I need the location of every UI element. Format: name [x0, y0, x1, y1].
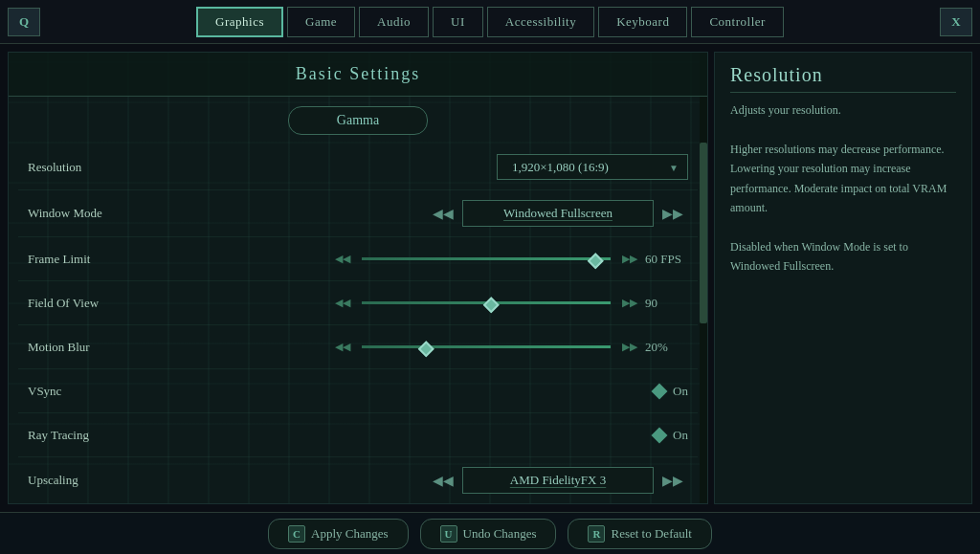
ray-tracing-control: On [219, 428, 688, 443]
tab-graphics[interactable]: Graphics [196, 7, 283, 37]
fov-track[interactable] [362, 301, 611, 305]
upscaling-row: Upscaling ◀◀ AMD FidelityFX 3 ▶▶ [18, 457, 698, 504]
motion-blur-control: ◀◀ ▶▶ 20% [219, 340, 688, 355]
frame-limit-thumb[interactable] [588, 253, 604, 269]
motion-blur-slider: ◀◀ ▶▶ 20% [219, 340, 688, 355]
settings-list: Resolution 1,920×1,080 (16:9) Window Mod… [9, 144, 707, 504]
frame-limit-control: ◀◀ ▶▶ 60 FPS [219, 252, 688, 267]
resolution-label: Resolution [28, 160, 219, 175]
motion-blur-right-arrows[interactable]: ▶▶ [622, 341, 637, 353]
ray-tracing-row: Ray Tracing On [18, 413, 698, 457]
fov-label: Field Of View [28, 296, 219, 311]
frame-limit-left-arrows[interactable]: ◀◀ [335, 253, 350, 265]
upscaling-left-arrow[interactable]: ◀◀ [428, 471, 458, 491]
nav-tabs-container: Graphics Game Audio UI Accessibility Key… [44, 7, 936, 37]
window-mode-right-arrow[interactable]: ▶▶ [657, 204, 688, 224]
upscaling-value: AMD FidelityFX 3 [462, 467, 654, 494]
gamma-button[interactable]: Gamma [288, 106, 428, 135]
apply-label: Apply Changes [311, 526, 389, 542]
fov-slider: ◀◀ ▶▶ 90 [219, 296, 688, 311]
window-mode-label: Window Mode [28, 206, 219, 221]
info-panel-title: Resolution [730, 64, 956, 93]
upscaling-selector: ◀◀ AMD FidelityFX 3 ▶▶ [428, 467, 688, 494]
vsync-value: On [673, 384, 688, 399]
tab-ui[interactable]: UI [433, 7, 483, 37]
undo-changes-button[interactable]: U Undo Changes [420, 519, 557, 549]
undo-label: Undo Changes [463, 526, 537, 542]
tab-controller[interactable]: Controller [691, 7, 783, 37]
motion-blur-row: Motion Blur ◀◀ ▶▶ 20% [18, 325, 698, 369]
vsync-diamond-icon [652, 383, 668, 399]
reset-default-button[interactable]: R Reset to Default [568, 519, 711, 549]
vsync-toggle[interactable]: On [654, 384, 688, 399]
motion-blur-thumb[interactable] [418, 341, 434, 357]
tab-keyboard[interactable]: Keyboard [598, 7, 687, 37]
motion-blur-left-arrows[interactable]: ◀◀ [335, 341, 350, 353]
vsync-row: VSync On [18, 369, 698, 413]
fov-inner [362, 301, 611, 304]
vsync-control: On [219, 384, 688, 399]
ray-tracing-label: Ray Tracing [28, 428, 219, 443]
fov-right-arrows[interactable]: ▶▶ [622, 297, 637, 309]
frame-limit-right-arrows[interactable]: ▶▶ [622, 253, 637, 265]
frame-limit-inner [362, 257, 611, 260]
fov-value: 90 [645, 296, 688, 311]
section-title: Basic Settings [9, 53, 707, 97]
q-button[interactable]: Q [8, 8, 40, 36]
fov-control: ◀◀ ▶▶ 90 [219, 296, 688, 311]
ray-tracing-diamond-icon [652, 427, 668, 443]
motion-blur-track[interactable] [362, 345, 611, 349]
frame-limit-track[interactable] [362, 257, 611, 261]
window-mode-selector: ◀◀ Windowed Fullscreen ▶▶ [428, 200, 688, 227]
undo-key-icon: U [440, 525, 457, 543]
fov-row: Field Of View ◀◀ ▶▶ 90 [18, 281, 698, 325]
window-mode-control: ◀◀ Windowed Fullscreen ▶▶ [219, 200, 688, 227]
tab-game[interactable]: Game [287, 7, 355, 37]
frame-limit-row: Frame Limit ◀◀ ▶▶ 60 FPS [18, 237, 698, 281]
frame-limit-value: 60 FPS [645, 252, 688, 267]
upscaling-right-arrow[interactable]: ▶▶ [657, 471, 688, 491]
window-mode-row: Window Mode ◀◀ Windowed Fullscreen ▶▶ [18, 190, 698, 237]
info-panel-text: Adjusts your resolution. Higher resoluti… [730, 100, 956, 277]
fov-left-arrows[interactable]: ◀◀ [335, 297, 350, 309]
resolution-control: 1,920×1,080 (16:9) [219, 154, 688, 180]
ray-tracing-value: On [673, 428, 688, 443]
resolution-dropdown[interactable]: 1,920×1,080 (16:9) [497, 154, 688, 180]
motion-blur-value: 20% [645, 340, 688, 355]
tab-audio[interactable]: Audio [359, 7, 429, 37]
apply-key-icon: C [288, 525, 305, 543]
vsync-label: VSync [28, 384, 219, 399]
resolution-dropdown-wrapper: 1,920×1,080 (16:9) [497, 154, 688, 180]
resolution-row: Resolution 1,920×1,080 (16:9) [18, 144, 698, 190]
tab-accessibility[interactable]: Accessibility [487, 7, 594, 37]
main-content: Basic Settings Gamma Resolution 1,920×1,… [0, 44, 980, 512]
window-mode-value: Windowed Fullscreen [462, 200, 654, 227]
fov-thumb[interactable] [483, 297, 500, 313]
apply-changes-button[interactable]: C Apply Changes [268, 519, 409, 549]
reset-key-icon: R [588, 525, 605, 543]
window-mode-left-arrow[interactable]: ◀◀ [428, 204, 458, 224]
info-panel: Resolution Adjusts your resolution. High… [714, 52, 972, 504]
frame-limit-slider: ◀◀ ▶▶ 60 FPS [219, 252, 688, 267]
upscaling-control: ◀◀ AMD FidelityFX 3 ▶▶ [219, 467, 688, 494]
frame-limit-label: Frame Limit [28, 252, 219, 267]
motion-blur-inner [362, 345, 611, 348]
close-button[interactable]: X [940, 8, 972, 36]
reset-label: Reset to Default [611, 526, 691, 542]
ray-tracing-toggle[interactable]: On [654, 428, 688, 443]
motion-blur-label: Motion Blur [28, 340, 219, 355]
bottom-bar: C Apply Changes U Undo Changes R Reset t… [0, 512, 980, 554]
settings-panel: Basic Settings Gamma Resolution 1,920×1,… [8, 52, 708, 504]
upscaling-label: Upscaling [28, 473, 219, 488]
gamma-container: Gamma [9, 97, 707, 144]
top-navigation: Q Graphics Game Audio UI Accessibility K… [0, 0, 980, 44]
